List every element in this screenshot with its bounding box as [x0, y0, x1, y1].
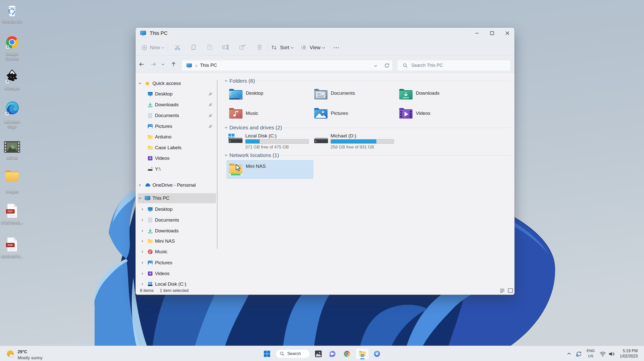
- svg-text:PDF: PDF: [8, 210, 13, 213]
- svg-text:PDF: PDF: [8, 244, 13, 247]
